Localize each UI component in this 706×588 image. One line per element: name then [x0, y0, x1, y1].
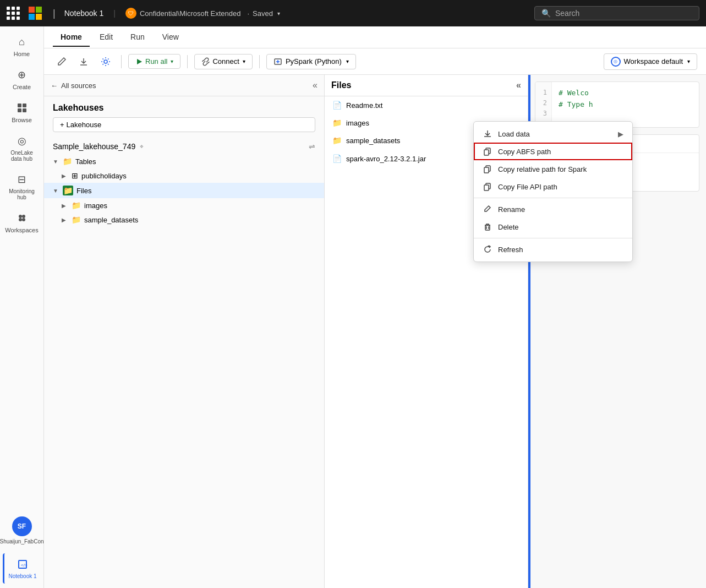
- shield-icon: 🛡: [125, 8, 136, 19]
- svg-rect-19: [485, 225, 490, 230]
- back-button[interactable]: ← All sources: [51, 81, 96, 90]
- ctx-separator-1: [474, 198, 632, 198]
- file-item-readme[interactable]: 📄 Readme.txt: [325, 96, 528, 114]
- rename-icon: [483, 205, 492, 214]
- tree-item-tables[interactable]: ▼ 📁 Tables: [44, 154, 324, 168]
- copy-file-api-icon: [483, 182, 492, 191]
- delete-icon: [483, 222, 492, 231]
- grid-menu-icon[interactable]: [7, 7, 20, 20]
- monitoring-icon: ⊟: [15, 173, 29, 186]
- sidebar-item-workspaces[interactable]: Workspaces: [3, 207, 41, 238]
- search-icon: 🔍: [541, 9, 551, 18]
- copy-abfs-icon: [483, 147, 492, 156]
- download-icon-btn[interactable]: [75, 53, 92, 70]
- sidebar-item-browse[interactable]: Browse: [3, 97, 41, 128]
- ctx-delete[interactable]: Delete: [474, 218, 632, 236]
- files-panel-header: Files «: [325, 75, 528, 96]
- nav-tabs: Home Edit Run View: [44, 26, 706, 48]
- search-box[interactable]: 🔍 Search: [534, 6, 699, 20]
- table-icon: ⊞: [72, 171, 78, 180]
- folder-icon: 📁: [63, 157, 72, 166]
- collapse-tree-button[interactable]: «: [313, 80, 318, 90]
- pin-icon: ⌖: [140, 143, 144, 150]
- svg-rect-18: [484, 185, 489, 190]
- settings-icon-btn[interactable]: [97, 53, 114, 70]
- tab-edit[interactable]: Edit: [92, 28, 121, 47]
- user-avatar: SF: [12, 516, 32, 536]
- back-arrow-icon: ←: [51, 81, 58, 90]
- ctx-copy-file-api[interactable]: Copy File API path: [474, 178, 632, 195]
- svg-marker-11: [137, 59, 142, 64]
- ctx-load-data[interactable]: Load data ▶: [474, 125, 632, 143]
- main-area: Home Edit Run View: [44, 26, 706, 588]
- plus-icon: +: [60, 121, 64, 129]
- ctx-copy-abfs[interactable]: Copy ABFS path: [474, 143, 632, 160]
- ctx-copy-relative[interactable]: Copy relative path for Spark: [474, 160, 632, 178]
- tree-item-files[interactable]: ▼ 📁 Files: [44, 183, 324, 198]
- panel-header: ← All sources «: [44, 75, 324, 96]
- sidebar-item-onelake[interactable]: ◎ OneLake data hub: [3, 130, 41, 166]
- svg-point-6: [19, 218, 22, 221]
- submenu-arrow-icon: ▶: [618, 130, 623, 138]
- tab-view[interactable]: View: [155, 28, 187, 47]
- lakehouse-name-row: Sample_lakehouse_749 ⌖ ⇌: [44, 139, 324, 154]
- lower-area: ← All sources « Lakehouses + Lakehouse S…: [44, 75, 706, 588]
- workspace-button[interactable]: ◎ Workspace default ▾: [604, 53, 697, 70]
- workspace-icon: ◎: [611, 57, 621, 67]
- sidebar-item-create[interactable]: ⊕ Create: [3, 64, 41, 95]
- pyspark-button[interactable]: PySpark (Python) ▾: [266, 54, 356, 69]
- edit-icon-btn[interactable]: [53, 53, 70, 70]
- workspaces-icon: [15, 211, 29, 225]
- jar-file-icon: 📄: [332, 154, 342, 163]
- sample-datasets-folder-icon: 📁: [72, 215, 81, 224]
- sidebar-item-home[interactable]: ⌂ Home: [3, 31, 41, 62]
- microsoft-logo: [29, 7, 42, 20]
- files-folder-icon: 📁: [63, 186, 73, 195]
- sidebar-item-monitoring[interactable]: ⊟ Monitoring hub: [3, 168, 41, 205]
- toolbar-sep-2: [187, 55, 188, 68]
- tree-expand-icon-img: ▶: [62, 203, 68, 209]
- browse-icon: [15, 101, 29, 115]
- connect-button[interactable]: Connect ▾: [194, 54, 252, 69]
- create-icon: ⊕: [15, 68, 29, 81]
- tree-expand-icon-sd: ▶: [62, 217, 68, 223]
- lakehouse-tree: ← All sources « Lakehouses + Lakehouse S…: [44, 75, 325, 588]
- toolbar-sep-3: [259, 55, 260, 68]
- toolbar-sep-1: [121, 55, 122, 68]
- ctx-refresh[interactable]: Refresh: [474, 241, 632, 258]
- sidebar-item-notebook[interactable]: </> Notebook 1: [3, 553, 41, 584]
- tab-home[interactable]: Home: [53, 28, 90, 47]
- tree-item-sample-datasets[interactable]: ▶ 📁 sample_datasets: [44, 213, 324, 227]
- lakehouses-title: Lakehouses: [44, 96, 324, 117]
- tree-expand-icon-ph: ▶: [62, 173, 68, 179]
- home-icon: ⌂: [15, 35, 29, 48]
- sync-icon: ⇌: [309, 142, 315, 151]
- add-lakehouse-button[interactable]: + Lakehouse: [53, 117, 315, 132]
- ctx-separator-2: [474, 238, 632, 238]
- notebook-icon: </>: [16, 558, 29, 571]
- collapse-files-button[interactable]: «: [516, 80, 521, 90]
- confidential-label: 🛡 Confidential\Microsoft Extended · Save…: [125, 8, 280, 19]
- tab-run[interactable]: Run: [123, 28, 152, 47]
- context-menu: Load data ▶ Copy ABFS path: [473, 121, 633, 262]
- images-folder-icon: 📁: [72, 201, 81, 210]
- top-bar: | Notebook 1 | 🛡 Confidential\Microsoft …: [0, 0, 706, 26]
- file-doc-icon: 📄: [332, 101, 342, 110]
- refresh-icon: [483, 245, 492, 254]
- svg-point-10: [104, 60, 107, 63]
- ctx-rename[interactable]: Rename: [474, 200, 632, 218]
- notebook-title: Notebook 1: [64, 9, 104, 18]
- sidebar: ⌂ Home ⊕ Create Browse ◎ OneLake data hu…: [0, 26, 44, 588]
- svg-point-4: [19, 215, 22, 218]
- files-title: Files: [331, 80, 351, 90]
- load-data-icon: [483, 129, 492, 138]
- svg-point-7: [22, 218, 25, 221]
- tree-item-publicholidays[interactable]: ▶ ⊞ publicholidays: [44, 168, 324, 183]
- folder-sample-icon: 📁: [332, 136, 342, 145]
- sidebar-item-user[interactable]: SF Shuaijun_FabCon: [3, 512, 41, 549]
- copy-relative-icon: [483, 165, 492, 173]
- svg-rect-14: [484, 150, 489, 155]
- tree-item-images[interactable]: ▶ 📁 images: [44, 198, 324, 213]
- svg-point-5: [22, 215, 25, 218]
- run-all-button[interactable]: Run all ▾: [128, 54, 180, 69]
